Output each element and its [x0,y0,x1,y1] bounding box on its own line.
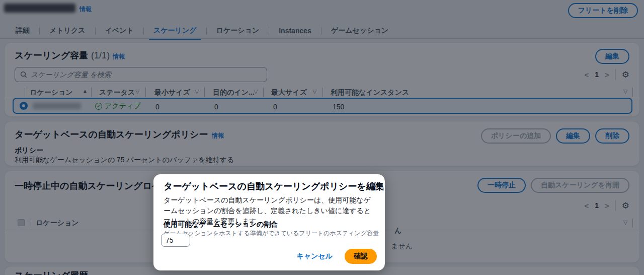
modal-title: ターゲットベースの自動スケーリングポリシーを編集 [164,180,384,192]
gamelift-scaling-page: 情報 フリートを削除 詳細 メトリクス イベント スケーリング ロケーション I… [0,0,644,275]
edit-policy-modal: ターゲットベースの自動スケーリングポリシーを編集 ✕ ターゲットベースの自動スケ… [153,174,385,270]
game-session-percent-description: ゲームセッションをホストする準備ができているフリートのホスティング容量の割合。 [164,229,385,246]
game-session-percent-input[interactable] [161,234,190,247]
game-session-percent-label: 使用可能なゲームセッションの割合 [164,220,278,229]
close-icon[interactable]: ✕ [370,180,377,190]
confirm-button[interactable]: 確認 [345,249,377,264]
cancel-button[interactable]: キャンセル [296,252,333,261]
